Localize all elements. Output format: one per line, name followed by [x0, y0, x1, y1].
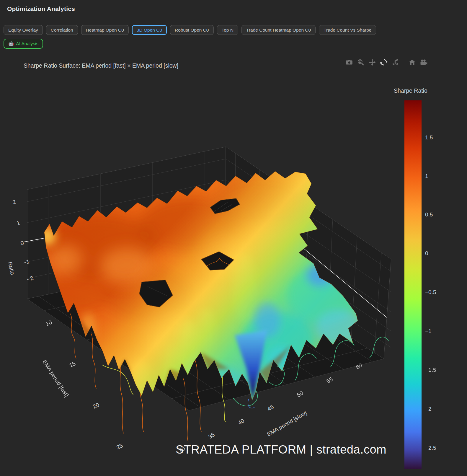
reset-camera-home-icon[interactable]	[408, 58, 417, 67]
tab-bar: Equity Overlay Correlation Heatmap Open …	[4, 25, 376, 35]
y-tick: 40	[237, 418, 245, 426]
colorbar-tick: −1.5	[425, 367, 436, 373]
y-tick: 45	[266, 404, 275, 412]
tab-trade-count-vs-sharpe[interactable]: Trade Count Vs Sharpe	[319, 25, 376, 35]
tab-equity-overlay[interactable]: Equity Overlay	[4, 25, 43, 35]
colorbar-tick: −1	[425, 328, 432, 335]
camera-snapshot-icon[interactable]	[345, 58, 354, 67]
platform-watermark: STRATEDA PLATFORM | strateda.com	[176, 443, 386, 456]
pan-icon[interactable]	[368, 58, 377, 67]
tab-correlation[interactable]: Correlation	[46, 25, 78, 35]
reset-camera-last-save-icon[interactable]	[419, 58, 428, 67]
colorbar-tick: 1.5	[425, 134, 433, 141]
surface-plot-canvas[interactable]: 2 1 0 −1 −2 10 15 20 25 30 35 40 45 50 5…	[0, 0, 467, 476]
colorbar-tick: 0	[425, 250, 428, 257]
zoom-icon[interactable]	[356, 58, 365, 67]
tab-top-n[interactable]: Top N	[217, 25, 239, 35]
z-tick: 2	[12, 198, 17, 205]
x-tick: 10	[45, 319, 53, 327]
colorbar-tick: −0.5	[425, 289, 436, 296]
orbit-rotation-icon[interactable]	[379, 58, 388, 67]
y-axis-title: EMA period [slow]	[266, 410, 308, 437]
robot-icon: 🤖	[8, 41, 14, 46]
y-tick: 55	[325, 376, 334, 384]
colorbar-tick: 1	[425, 173, 428, 180]
turntable-rotation-icon[interactable]	[391, 58, 400, 67]
plot-title: Sharpe Ratio Surface: EMA period [fast] …	[24, 62, 178, 69]
colorbar-gradient	[404, 100, 422, 469]
tab-heatmap-open-c0[interactable]: Heatmap Open C0	[81, 25, 129, 35]
colorbar-tick: −2.5	[425, 445, 436, 451]
tab-robust-open-c0[interactable]: Robust Open C0	[170, 25, 213, 35]
x-axis-title: EMA period [fast]	[41, 359, 70, 398]
ai-analysis-button[interactable]: 🤖 AI Analysis	[4, 39, 43, 49]
z-tick: 1	[16, 219, 21, 226]
x-tick: 25	[115, 442, 124, 451]
x-tick: 15	[68, 360, 76, 369]
plotly-modebar	[345, 58, 431, 67]
ai-analysis-label: AI Analysis	[16, 41, 38, 46]
tab-trade-count-heatmap-open-c0[interactable]: Trade Count Heatmap Open C0	[241, 25, 316, 35]
optimization-analytics-app: { "header": { "title": "Optimization Ana…	[0, 0, 467, 476]
panel-divider	[463, 19, 463, 476]
z-axis-title: Ratio	[7, 261, 16, 276]
y-tick: 35	[207, 431, 216, 440]
colorbar-tick: −2	[425, 406, 432, 412]
x-tick: 20	[92, 402, 100, 410]
colorbar-title: Sharpe Ratio	[394, 87, 427, 94]
app-header: Optimization Analytics	[0, 0, 467, 19]
colorbar-tick: 0.5	[425, 211, 433, 218]
page-title: Optimization Analytics	[0, 0, 467, 12]
tab-3d-open-c0[interactable]: 3D Open C0	[132, 25, 167, 35]
y-tick: 50	[296, 390, 304, 398]
z-tick: 0	[20, 239, 25, 246]
